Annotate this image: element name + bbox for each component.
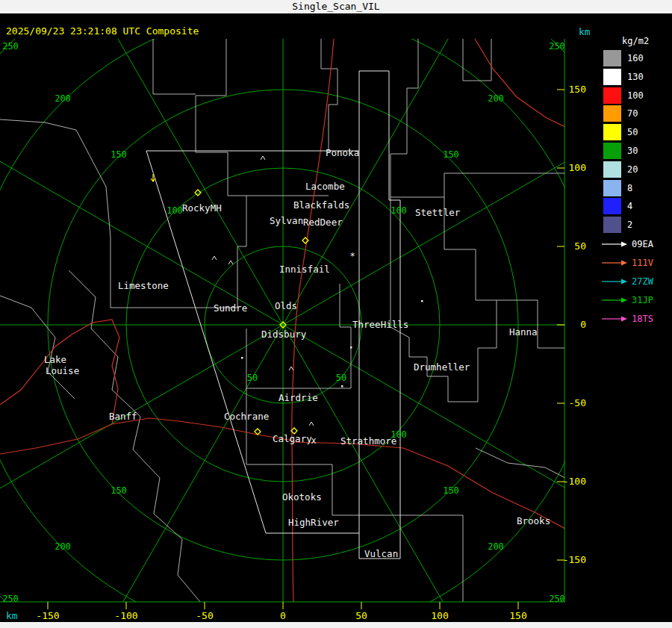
azimuth-line (74, 325, 283, 628)
colorbar-value: 8 (627, 183, 632, 193)
range-label: 100 (167, 205, 183, 216)
range-label: 150 (443, 485, 459, 496)
city-label-louise: Louise (46, 365, 79, 376)
scan-area-outline (146, 71, 400, 559)
range-label: 50 (247, 373, 258, 383)
city-label-ponoka: Ponoka (326, 147, 359, 158)
city-label-sylvan: Sylvan (270, 215, 303, 226)
radar-site-27ZW[interactable]: 27ZW (602, 276, 653, 287)
azimuth-line (0, 116, 283, 325)
axis-tick-label: 50 (355, 610, 367, 621)
radar-viewer-window: Single_Scan_VIL 2025/09/23 23:21:08 UTC … (0, 0, 672, 628)
axis-tick-label: -100 (563, 476, 586, 487)
range-label: 200 (55, 541, 71, 552)
colorbar-entry: 8 (603, 180, 632, 196)
radar-arrow-icon (602, 315, 627, 323)
colorbar-unit-label: kg/m2 (622, 36, 649, 46)
axis-tick-label: 150 (569, 84, 586, 95)
range-label: 200 (488, 541, 504, 552)
axis-tick-label: 100 (569, 162, 586, 173)
range-ring (0, 11, 597, 628)
colorbar-entry: 160 (603, 50, 644, 66)
axis-tick-label: -150 (563, 554, 586, 565)
axis-ticks: 150100500-50-100-150-150-100-50050100150 (36, 84, 586, 621)
bottom-statusbar (0, 622, 672, 628)
city-label-lake: Lake (44, 354, 66, 365)
unit-km-right: km (579, 26, 591, 37)
colorbar-value: 50 (627, 127, 638, 137)
map-marker-dot (341, 385, 343, 388)
colorbar-value: 160 (627, 53, 644, 63)
city-label-limestone: Limestone (118, 280, 169, 291)
colorbar-swatch (603, 143, 621, 159)
city-label-hanna: Hanna (509, 326, 538, 338)
colorbar-entry: 50 (603, 124, 638, 140)
city-label-didsbury: Didsbury (261, 329, 307, 340)
axis-tick-label: 0 (280, 610, 286, 621)
city-label-drumheller: Drumheller (414, 361, 470, 373)
colorbar-swatch (603, 50, 621, 66)
city-label-innisfail: Innisfail (279, 264, 330, 275)
radar-arrow-icon (602, 259, 627, 267)
city-label-highriver: HighRiver (288, 517, 339, 528)
colorbar-entry: 70 (603, 105, 638, 122)
colorbar-entry: 30 (603, 143, 638, 159)
city-label-okotoks: Okotoks (282, 491, 322, 503)
map-marker-star: * (349, 251, 355, 261)
axis-tick-label: -100 (114, 610, 137, 621)
radar-site-111V[interactable]: 111V (602, 258, 653, 268)
city-label-airdrie: Airdrie (279, 392, 318, 403)
azimuth-line (283, 325, 645, 534)
axis-tick-label: 0 (580, 319, 586, 330)
city-label-vulcan: Vulcan (364, 548, 398, 559)
colorbar-value: 30 (627, 146, 638, 156)
colorbar-swatch (603, 161, 621, 178)
radar-site-09EA[interactable]: 09EA (602, 239, 653, 249)
city-label-stettler: Stettler (415, 207, 461, 218)
range-label: 200 (55, 93, 71, 104)
city-label-sundre: Sundre (214, 302, 247, 314)
legend-panel: kg/m2 16013010070503020842 09EA111V27ZW3… (597, 13, 672, 622)
colorbar-entry: 20 (603, 161, 638, 178)
city-labels: PonokaLacombeBlackfaldsSylvanRedDeerRock… (44, 147, 550, 559)
radar-site-label: 18TS (632, 314, 653, 324)
city-label-brooks: Brooks (517, 515, 550, 526)
radar-arrow-icon (602, 296, 627, 304)
city-label-lacombe: Lacombe (305, 181, 345, 192)
axis-tick-label: 50 (574, 240, 586, 252)
city-label-reddeer: RedDeer (303, 217, 343, 228)
city-label-rockymh: RockyMH (182, 202, 222, 214)
city-label-calgary: Calgary (273, 433, 312, 444)
radar-site-31JP[interactable]: 31JP (602, 295, 653, 305)
map-marker-caret (212, 256, 217, 260)
colorbar-entry: 130 (603, 69, 644, 85)
colorbar-entry: 4 (603, 198, 632, 214)
azimuth-line (283, 0, 492, 325)
radar-map[interactable]: 2502001501002502001501005050100150200250… (0, 0, 672, 628)
range-label: 250 (549, 41, 565, 52)
radar-site-label: 31JP (632, 295, 653, 305)
map-marker-caret (309, 422, 314, 426)
axis-tick-label: 100 (431, 610, 448, 621)
colorbar-value: 130 (627, 72, 644, 82)
axis-tick-label: -150 (36, 610, 59, 621)
colorbar-value: 4 (627, 201, 632, 211)
colorbar-swatch (603, 105, 621, 122)
radar-site-18TS[interactable]: 18TS (602, 314, 653, 324)
colorbar-swatch (603, 87, 621, 104)
city-label-cochrane: Cochrane (224, 411, 269, 422)
map-marker-dot (241, 357, 243, 359)
radar-arrow-icon (602, 278, 627, 285)
city-label-olds: Olds (275, 300, 297, 311)
range-label: 150 (443, 149, 459, 160)
map-marker-dot (350, 346, 352, 349)
map-marker-diamond (255, 429, 261, 435)
range-label: 150 (111, 149, 127, 160)
map-marker-caret (289, 367, 293, 370)
city-label-banff: Banff (109, 411, 137, 422)
range-label: 200 (488, 93, 504, 104)
city-label-strathmore: Strathmore (340, 435, 396, 447)
colorbar-value: 20 (627, 164, 638, 175)
map-marker-caret (228, 261, 233, 264)
map-marker-caret (261, 156, 265, 160)
